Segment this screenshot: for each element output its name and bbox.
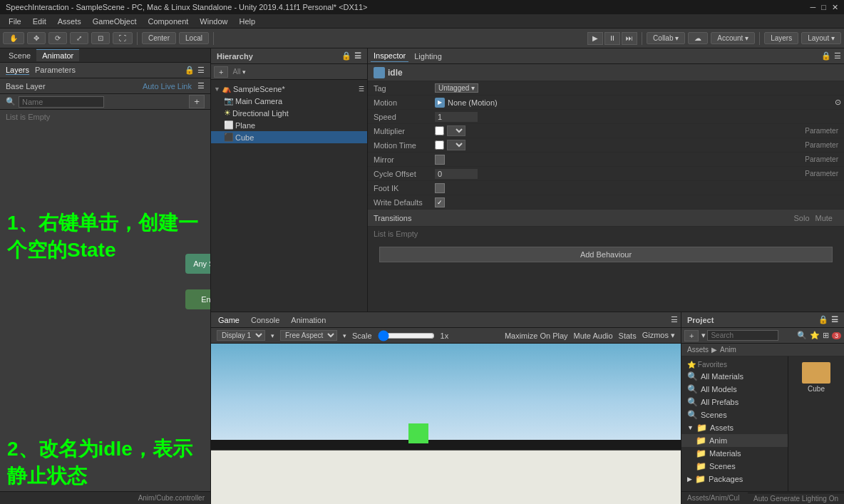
scenes-folder[interactable]: 📁 Scenes	[681, 460, 788, 473]
project-menu-icon[interactable]: ☰	[831, 315, 838, 324]
scene-tab[interactable]: Scene	[3, 50, 36, 61]
plane-item[interactable]: ⬜ Plane	[211, 119, 367, 131]
breadcrumb-anim[interactable]: Anim	[720, 346, 736, 354]
menu-help[interactable]: Help	[233, 17, 261, 26]
scene-item[interactable]: ▼ ⛺ SampleScene* ☰	[211, 83, 367, 95]
multiplier-checkbox[interactable]	[435, 126, 444, 135]
cube-asset[interactable]: Cube	[791, 359, 841, 396]
layout-btn[interactable]: Layout ▾	[801, 32, 841, 44]
rotate-tool[interactable]: ⟳	[48, 32, 67, 44]
base-layer-menu[interactable]: ☰	[197, 81, 205, 91]
mirror-checkbox[interactable]	[435, 155, 445, 165]
hand-tool[interactable]: ✋	[3, 32, 24, 44]
speed-input[interactable]	[435, 112, 478, 122]
directional-light-item[interactable]: ☀ Directional Light	[211, 107, 367, 119]
filter-icon[interactable]: ⊞	[823, 331, 829, 340]
parameters-tab[interactable]: Parameters	[35, 66, 76, 75]
cycle-offset-input[interactable]	[435, 169, 478, 179]
scene-menu[interactable]: ☰	[359, 86, 364, 93]
add-state-btn[interactable]: +	[189, 95, 205, 108]
game-tab[interactable]: Game	[214, 314, 244, 326]
hierarchy-lock-icon[interactable]: 🔒	[341, 51, 351, 61]
all-prefabs-item[interactable]: 🔍 All Prefabs	[681, 396, 788, 408]
tag-dropdown[interactable]: Untagged ▾	[435, 83, 478, 93]
stats-btn[interactable]: Stats	[619, 331, 637, 340]
cube-item[interactable]: ⬛ Cube	[211, 131, 367, 143]
rect-tool[interactable]: ⊡	[91, 32, 110, 44]
hierarchy-menu-icon[interactable]: ☰	[354, 51, 361, 61]
account-btn[interactable]: Account ▾	[711, 32, 755, 44]
all-models-item[interactable]: 🔍 All Models	[681, 383, 788, 396]
layers-tab[interactable]: Layers	[6, 66, 29, 75]
add-behaviour-btn[interactable]: Add Behaviour	[379, 247, 833, 262]
menu-component[interactable]: Component	[142, 17, 194, 26]
lighting-tab[interactable]: Lighting	[411, 51, 445, 62]
hierarchy-add-btn[interactable]: +	[214, 66, 228, 78]
project-add-arrow[interactable]: ▾	[701, 331, 706, 340]
main-camera-item[interactable]: 📷 Main Camera	[211, 95, 367, 107]
auto-live-link[interactable]: Auto Live Link	[143, 82, 192, 91]
console-tab[interactable]: Console	[247, 314, 284, 326]
animator-tab[interactable]: Animator	[36, 49, 79, 61]
project-lock-icon[interactable]: 🔒	[818, 315, 828, 324]
inspector-menu-icon[interactable]: ☰	[834, 51, 841, 61]
close-btn[interactable]: ✕	[832, 3, 838, 12]
maximize-btn[interactable]: □	[821, 3, 826, 12]
all-materials-item[interactable]: 🔍 All Materials	[681, 370, 788, 383]
local-btn[interactable]: Local	[179, 32, 209, 44]
animator-canvas[interactable]: 1、右键单击，创建一个空的State Any State Entry	[0, 124, 210, 504]
gizmos-btn[interactable]: Gizmos ▾	[642, 331, 675, 340]
materials-folder[interactable]: 📁 Materials	[681, 447, 788, 460]
center-btn[interactable]: Center	[142, 32, 176, 44]
transitions-empty: List is Empty	[374, 230, 418, 238]
menu-window[interactable]: Window	[194, 17, 233, 26]
motion-value: ▶ None (Motion) ⊙	[432, 98, 844, 108]
display-arrow[interactable]: ▾	[271, 332, 274, 339]
write-defaults-checkbox[interactable]: ✓	[435, 197, 445, 207]
transform-tool[interactable]: ⛶	[113, 32, 133, 44]
menu-file[interactable]: File	[3, 17, 27, 26]
layers-btn[interactable]: Layers	[764, 32, 798, 44]
menu-assets[interactable]: Assets	[52, 17, 87, 26]
mute-audio[interactable]: Mute Audio	[574, 331, 613, 340]
scale-tool[interactable]: ⤢	[70, 32, 88, 44]
assets-root[interactable]: ▼ 📁 Assets	[681, 421, 788, 434]
move-tool[interactable]: ✥	[27, 32, 46, 44]
star-icon[interactable]: ⭐	[810, 331, 820, 340]
packages-folder[interactable]: ▶ 📁 Packages	[681, 473, 788, 485]
name-input[interactable]	[19, 96, 104, 108]
menu-gameobject[interactable]: GameObject	[87, 17, 143, 26]
step-btn[interactable]: ⏭	[622, 32, 637, 45]
pause-btn[interactable]: ⏸	[604, 32, 620, 45]
state-any[interactable]: Any State	[185, 254, 210, 274]
animator-menu-icon[interactable]: ☰	[197, 66, 205, 75]
animation-tab[interactable]: Animation	[287, 314, 330, 326]
motion-select-btn[interactable]: ⊙	[835, 98, 841, 107]
motion-time-dropdown[interactable]	[447, 140, 465, 150]
minimize-btn[interactable]: ─	[810, 3, 816, 12]
aspect-select[interactable]: Free Aspect	[280, 330, 337, 341]
game-menu-icon[interactable]: ☰	[671, 315, 678, 324]
play-btn[interactable]: ▶	[587, 32, 603, 45]
foot-ik-checkbox[interactable]	[435, 183, 445, 193]
anim-folder[interactable]: 📁 Anim	[681, 434, 788, 447]
motion-time-checkbox[interactable]	[435, 140, 444, 150]
state-entry[interactable]: Entry	[185, 289, 210, 309]
multiplier-dropdown[interactable]	[447, 125, 465, 136]
project-search[interactable]	[707, 330, 778, 341]
maximize-on-play[interactable]: Maximize On Play	[505, 331, 568, 340]
project-add-btn[interactable]: +	[684, 330, 699, 341]
aspect-arrow[interactable]: ▾	[343, 332, 346, 339]
menu-edit[interactable]: Edit	[27, 17, 52, 26]
animator-lock-icon[interactable]: 🔒	[185, 66, 195, 75]
scale-slider[interactable]	[378, 330, 435, 341]
cloud-btn[interactable]: ☁	[688, 32, 708, 44]
inspector-lock-icon[interactable]: 🔒	[821, 51, 831, 61]
inspector-tab[interactable]: Inspector	[371, 50, 408, 62]
breadcrumb-assets[interactable]: Assets	[687, 346, 709, 354]
display-select[interactable]: Display 1	[217, 330, 265, 341]
collab-btn[interactable]: Collab ▾	[647, 32, 685, 44]
dropdown-arrow[interactable]: ▾	[242, 68, 246, 76]
scenes-fav-item[interactable]: 🔍 Scenes	[681, 408, 788, 421]
search-icon[interactable]: 🔍	[797, 331, 807, 340]
